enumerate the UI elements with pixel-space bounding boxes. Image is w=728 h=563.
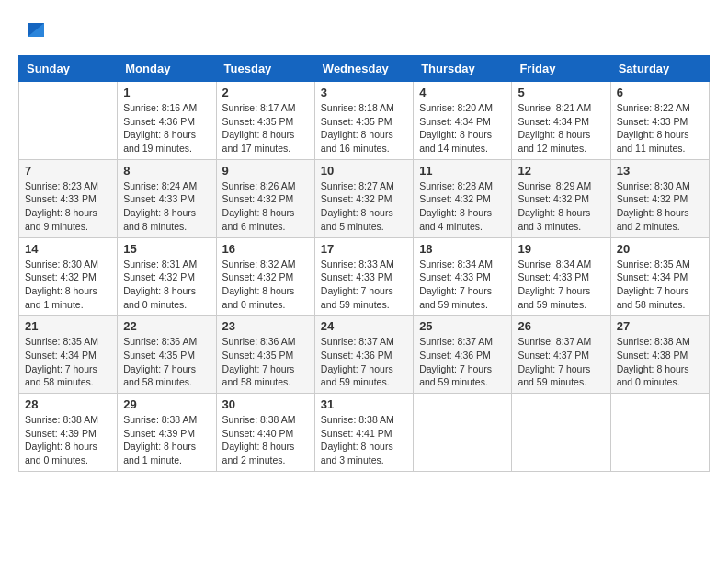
day-number: 12 xyxy=(518,164,604,178)
day-number: 9 xyxy=(222,164,309,178)
day-info: Sunrise: 8:34 AMSunset: 4:33 PMDaylight:… xyxy=(518,258,604,312)
day-number: 5 xyxy=(518,86,604,99)
day-info: Sunrise: 8:30 AMSunset: 4:32 PMDaylight:… xyxy=(617,179,703,234)
day-info: Sunrise: 8:38 AMSunset: 4:39 PMDaylight:… xyxy=(123,413,210,467)
calendar-cell: 11Sunrise: 8:28 AMSunset: 4:32 PMDayligh… xyxy=(414,159,512,237)
day-info: Sunrise: 8:23 AMSunset: 4:33 PMDaylight:… xyxy=(25,179,111,234)
page-header xyxy=(18,18,710,46)
day-number: 3 xyxy=(321,86,407,99)
calendar-cell: 19Sunrise: 8:34 AMSunset: 4:33 PMDayligh… xyxy=(512,237,610,316)
calendar-cell: 20Sunrise: 8:35 AMSunset: 4:34 PMDayligh… xyxy=(610,237,709,316)
day-number: 1 xyxy=(123,86,210,99)
calendar-cell: 23Sunrise: 8:36 AMSunset: 4:35 PMDayligh… xyxy=(216,316,314,394)
day-number: 6 xyxy=(617,86,703,99)
weekday-header-saturday: Saturday xyxy=(610,56,709,82)
calendar-cell: 25Sunrise: 8:37 AMSunset: 4:36 PMDayligh… xyxy=(414,316,512,394)
calendar-cell: 28Sunrise: 8:38 AMSunset: 4:39 PMDayligh… xyxy=(19,394,118,472)
day-info: Sunrise: 8:24 AMSunset: 4:33 PMDaylight:… xyxy=(123,179,210,234)
calendar-cell: 3Sunrise: 8:18 AMSunset: 4:35 PMDaylight… xyxy=(314,82,413,160)
weekday-header-thursday: Thursday xyxy=(414,56,512,82)
day-number: 8 xyxy=(123,164,210,178)
calendar-cell: 31Sunrise: 8:38 AMSunset: 4:41 PMDayligh… xyxy=(314,394,413,472)
day-info: Sunrise: 8:30 AMSunset: 4:32 PMDaylight:… xyxy=(25,258,111,312)
calendar-cell: 18Sunrise: 8:34 AMSunset: 4:33 PMDayligh… xyxy=(414,237,512,316)
weekday-header-wednesday: Wednesday xyxy=(314,56,413,82)
calendar-row: 1Sunrise: 8:16 AMSunset: 4:36 PMDaylight… xyxy=(19,82,710,160)
day-info: Sunrise: 8:22 AMSunset: 4:33 PMDaylight:… xyxy=(617,101,703,155)
day-number: 24 xyxy=(321,319,407,333)
calendar-cell: 17Sunrise: 8:33 AMSunset: 4:33 PMDayligh… xyxy=(314,237,413,316)
day-number: 18 xyxy=(419,242,506,256)
day-number: 27 xyxy=(617,319,703,333)
calendar-cell: 4Sunrise: 8:20 AMSunset: 4:34 PMDaylight… xyxy=(414,82,512,160)
day-info: Sunrise: 8:27 AMSunset: 4:32 PMDaylight:… xyxy=(321,179,407,234)
day-number: 26 xyxy=(518,319,604,333)
day-info: Sunrise: 8:38 AMSunset: 4:40 PMDaylight:… xyxy=(222,413,309,467)
day-number: 17 xyxy=(321,242,407,256)
calendar-row: 21Sunrise: 8:35 AMSunset: 4:34 PMDayligh… xyxy=(19,316,710,394)
day-number: 11 xyxy=(419,164,506,178)
day-number: 13 xyxy=(617,164,703,178)
day-number: 21 xyxy=(25,319,111,333)
calendar-cell: 1Sunrise: 8:16 AMSunset: 4:36 PMDaylight… xyxy=(118,82,216,160)
calendar-cell: 9Sunrise: 8:26 AMSunset: 4:32 PMDaylight… xyxy=(216,159,314,237)
weekday-header-tuesday: Tuesday xyxy=(216,56,314,82)
calendar-cell: 24Sunrise: 8:37 AMSunset: 4:36 PMDayligh… xyxy=(314,316,413,394)
day-number: 14 xyxy=(25,242,111,256)
calendar-cell: 14Sunrise: 8:30 AMSunset: 4:32 PMDayligh… xyxy=(19,237,118,316)
day-number: 31 xyxy=(321,397,407,411)
day-number: 29 xyxy=(123,397,210,411)
day-number: 28 xyxy=(25,397,111,411)
day-info: Sunrise: 8:29 AMSunset: 4:32 PMDaylight:… xyxy=(518,179,604,234)
calendar-cell xyxy=(512,394,610,472)
day-number: 2 xyxy=(222,86,309,99)
calendar-cell: 8Sunrise: 8:24 AMSunset: 4:33 PMDaylight… xyxy=(118,159,216,237)
day-info: Sunrise: 8:37 AMSunset: 4:37 PMDaylight:… xyxy=(518,335,604,389)
day-info: Sunrise: 8:35 AMSunset: 4:34 PMDaylight:… xyxy=(25,335,111,389)
day-info: Sunrise: 8:37 AMSunset: 4:36 PMDaylight:… xyxy=(419,335,506,389)
calendar-cell xyxy=(610,394,709,472)
day-number: 23 xyxy=(222,319,309,333)
day-number: 19 xyxy=(518,242,604,256)
calendar-row: 7Sunrise: 8:23 AMSunset: 4:33 PMDaylight… xyxy=(19,159,710,237)
day-info: Sunrise: 8:21 AMSunset: 4:34 PMDaylight:… xyxy=(518,101,604,155)
logo-icon xyxy=(18,18,46,46)
day-info: Sunrise: 8:36 AMSunset: 4:35 PMDaylight:… xyxy=(222,335,309,389)
calendar-cell: 16Sunrise: 8:32 AMSunset: 4:32 PMDayligh… xyxy=(216,237,314,316)
calendar-cell xyxy=(19,82,118,160)
calendar-row: 14Sunrise: 8:30 AMSunset: 4:32 PMDayligh… xyxy=(19,237,710,316)
calendar-cell: 27Sunrise: 8:38 AMSunset: 4:38 PMDayligh… xyxy=(610,316,709,394)
calendar-cell xyxy=(414,394,512,472)
logo xyxy=(18,18,50,46)
day-number: 20 xyxy=(617,242,703,256)
day-number: 7 xyxy=(25,164,111,178)
day-info: Sunrise: 8:31 AMSunset: 4:32 PMDaylight:… xyxy=(123,258,210,312)
day-number: 22 xyxy=(123,319,210,333)
day-number: 10 xyxy=(321,164,407,178)
day-info: Sunrise: 8:16 AMSunset: 4:36 PMDaylight:… xyxy=(123,101,210,155)
calendar-row: 28Sunrise: 8:38 AMSunset: 4:39 PMDayligh… xyxy=(19,394,710,472)
day-number: 15 xyxy=(123,242,210,256)
calendar-cell: 30Sunrise: 8:38 AMSunset: 4:40 PMDayligh… xyxy=(216,394,314,472)
day-info: Sunrise: 8:26 AMSunset: 4:32 PMDaylight:… xyxy=(222,179,309,234)
day-info: Sunrise: 8:17 AMSunset: 4:35 PMDaylight:… xyxy=(222,101,309,155)
calendar-cell: 15Sunrise: 8:31 AMSunset: 4:32 PMDayligh… xyxy=(118,237,216,316)
day-info: Sunrise: 8:35 AMSunset: 4:34 PMDaylight:… xyxy=(617,258,703,312)
calendar-header-row: SundayMondayTuesdayWednesdayThursdayFrid… xyxy=(19,56,710,82)
day-info: Sunrise: 8:34 AMSunset: 4:33 PMDaylight:… xyxy=(419,258,506,312)
day-info: Sunrise: 8:36 AMSunset: 4:35 PMDaylight:… xyxy=(123,335,210,389)
calendar-cell: 6Sunrise: 8:22 AMSunset: 4:33 PMDaylight… xyxy=(610,82,709,160)
day-info: Sunrise: 8:38 AMSunset: 4:38 PMDaylight:… xyxy=(617,335,703,389)
day-info: Sunrise: 8:18 AMSunset: 4:35 PMDaylight:… xyxy=(321,101,407,155)
weekday-header-sunday: Sunday xyxy=(19,56,118,82)
calendar-cell: 7Sunrise: 8:23 AMSunset: 4:33 PMDaylight… xyxy=(19,159,118,237)
calendar-cell: 22Sunrise: 8:36 AMSunset: 4:35 PMDayligh… xyxy=(118,316,216,394)
day-number: 30 xyxy=(222,397,309,411)
day-number: 16 xyxy=(222,242,309,256)
calendar-cell: 26Sunrise: 8:37 AMSunset: 4:37 PMDayligh… xyxy=(512,316,610,394)
calendar-cell: 2Sunrise: 8:17 AMSunset: 4:35 PMDaylight… xyxy=(216,82,314,160)
day-info: Sunrise: 8:32 AMSunset: 4:32 PMDaylight:… xyxy=(222,258,309,312)
day-info: Sunrise: 8:33 AMSunset: 4:33 PMDaylight:… xyxy=(321,258,407,312)
calendar-cell: 10Sunrise: 8:27 AMSunset: 4:32 PMDayligh… xyxy=(314,159,413,237)
day-info: Sunrise: 8:38 AMSunset: 4:41 PMDaylight:… xyxy=(321,413,407,467)
